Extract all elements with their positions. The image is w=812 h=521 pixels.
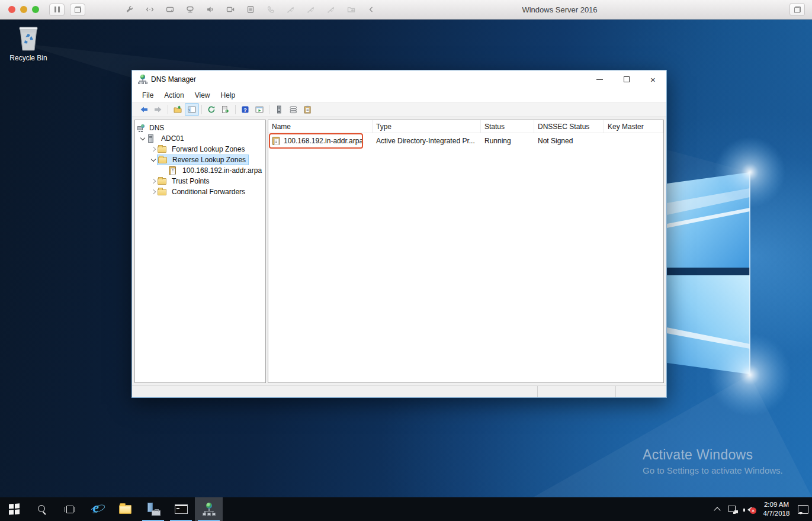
command-prompt-button[interactable]: [167, 497, 195, 521]
watermark-subtitle: Go to Settings to activate Windows.: [643, 465, 783, 475]
network-icon[interactable]: [728, 506, 738, 513]
menu-bar: File Action View Help: [132, 88, 666, 102]
tree-item-reverse-zone[interactable]: 100.168.192.in-addr.arpa: [135, 165, 265, 176]
menu-file[interactable]: File: [137, 89, 159, 101]
minimize-window-button[interactable]: [586, 70, 613, 88]
zone-dnssec-status: Not Signed: [534, 137, 604, 145]
phone-icon[interactable]: [261, 3, 281, 16]
tree-item-trust-points[interactable]: Trust Points: [135, 176, 265, 186]
zone-list-panel[interactable]: Name Type Status DNSSEC Status Key Maste…: [268, 120, 664, 383]
search-icon: [37, 504, 47, 514]
clock[interactable]: 2:09 AM 4/7/2018: [761, 500, 792, 518]
activate-windows-watermark: Activate Windows Go to Settings to activ…: [643, 447, 783, 475]
column-header-name[interactable]: Name: [268, 120, 373, 133]
clipboard-button[interactable]: [300, 103, 314, 116]
zone-status: Running: [481, 137, 534, 145]
task-view-button[interactable]: [56, 497, 84, 521]
zone-row[interactable]: 100.168.192.in-addr.arpa Active Director…: [268, 133, 663, 149]
command-prompt-icon: [175, 504, 188, 514]
tray-date: 4/7/2018: [761, 509, 792, 518]
refresh-button[interactable]: [204, 103, 219, 116]
toolbar-separator: [269, 105, 269, 114]
vm-title: Windows Server 2016: [480, 5, 640, 14]
search-button[interactable]: [28, 497, 56, 521]
chevron-right-icon[interactable]: [149, 190, 158, 194]
toolbar-separator: [235, 105, 236, 114]
security-camera-icon[interactable]: [180, 3, 200, 16]
menu-view[interactable]: View: [190, 89, 216, 101]
toolbar-separator: [201, 105, 202, 114]
recycle-bin[interactable]: Recycle Bin: [4, 24, 53, 62]
window-titlebar[interactable]: DNS Manager ×: [132, 70, 666, 88]
zone-type: Active Directory-Integrated Pr...: [373, 137, 481, 145]
wrench-icon[interactable]: [120, 3, 140, 16]
zoom-button[interactable]: [32, 6, 39, 13]
close-window-button[interactable]: ×: [640, 70, 666, 88]
console-tree-panel[interactable]: DNS ADC01 Forward Lookup Zones: [134, 120, 266, 383]
server-manager-button[interactable]: [139, 497, 167, 521]
snapshot-button[interactable]: [70, 4, 85, 16]
volume-icon[interactable]: [200, 3, 220, 16]
chevron-right-icon[interactable]: [149, 147, 158, 151]
chevron-right-icon[interactable]: [149, 179, 158, 183]
help-button[interactable]: ?: [238, 103, 252, 116]
folder-icon: [158, 156, 168, 164]
internet-explorer-button[interactable]: e: [84, 497, 111, 521]
task-view-icon: [65, 506, 75, 513]
code-icon[interactable]: [140, 3, 160, 16]
server-manager-icon: [146, 503, 161, 516]
chevron-down-icon[interactable]: [139, 138, 147, 140]
status-section: [615, 386, 666, 397]
file-explorer-button[interactable]: [111, 497, 139, 521]
properties-list-button[interactable]: [286, 103, 300, 116]
export-list-button[interactable]: [219, 103, 233, 116]
status-section: [537, 386, 615, 397]
pause-vm-button[interactable]: [49, 4, 65, 16]
tray-expand-icon[interactable]: [714, 506, 720, 512]
tree-item-adc01[interactable]: ADC01: [135, 133, 265, 144]
start-button[interactable]: [0, 497, 28, 521]
internet-explorer-icon: e: [91, 502, 105, 516]
usb-device-3-icon[interactable]: [321, 3, 341, 16]
desktop[interactable]: Recycle Bin Activate Windows Go to Setti…: [0, 20, 812, 497]
back-button[interactable]: [137, 103, 151, 116]
tree-item-forward-lookup-zones[interactable]: Forward Lookup Zones: [135, 144, 265, 155]
dns-manager-window: DNS Manager × File Action View Help: [131, 70, 667, 398]
usb-device-1-icon[interactable]: [281, 3, 301, 16]
menu-help[interactable]: Help: [216, 89, 241, 101]
column-header-status[interactable]: Status: [481, 120, 534, 133]
hard-disk-icon[interactable]: [160, 3, 180, 16]
usb-device-2-icon[interactable]: [301, 3, 321, 16]
close-button[interactable]: [8, 6, 15, 13]
column-header-type[interactable]: Type: [373, 120, 481, 133]
video-camera-icon[interactable]: [220, 3, 240, 16]
shared-folder-icon[interactable]: [341, 3, 361, 16]
action-center-icon[interactable]: [798, 505, 808, 514]
menu-action[interactable]: Action: [159, 89, 189, 101]
tree-item-dns[interactable]: DNS: [135, 123, 265, 133]
dns-manager-icon: [138, 75, 147, 84]
forward-button[interactable]: [151, 103, 165, 116]
dns-manager-icon: [203, 503, 216, 516]
create-record-button[interactable]: [272, 103, 286, 116]
collapse-chevron-icon[interactable]: [361, 3, 381, 16]
show-window-button[interactable]: [252, 103, 267, 116]
tree-item-label: ADC01: [159, 134, 186, 143]
chevron-down-icon[interactable]: [149, 159, 158, 161]
tree-item-reverse-lookup-zones[interactable]: Reverse Lookup Zones: [135, 155, 265, 165]
column-header-key-master[interactable]: Key Master: [604, 120, 663, 133]
up-one-level-button[interactable]: [171, 103, 185, 116]
tree-item-conditional-forwarders[interactable]: Conditional Forwarders: [135, 186, 265, 197]
column-header-dnssec-status[interactable]: DNSSEC Status: [534, 120, 604, 133]
watermark-title: Activate Windows: [643, 447, 783, 463]
minimize-button[interactable]: [20, 6, 27, 13]
vm-titlebar: Windows Server 2016: [0, 0, 812, 20]
dns-manager-taskbar-button[interactable]: [195, 497, 223, 521]
server-icon: [147, 134, 156, 143]
show-console-tree-button[interactable]: [185, 103, 199, 116]
folder-icon: [158, 145, 167, 153]
server-list-icon[interactable]: [240, 3, 261, 16]
windows-view-button[interactable]: [789, 3, 805, 16]
volume-muted-icon[interactable]: ×: [744, 504, 756, 514]
maximize-window-button[interactable]: [613, 70, 640, 88]
